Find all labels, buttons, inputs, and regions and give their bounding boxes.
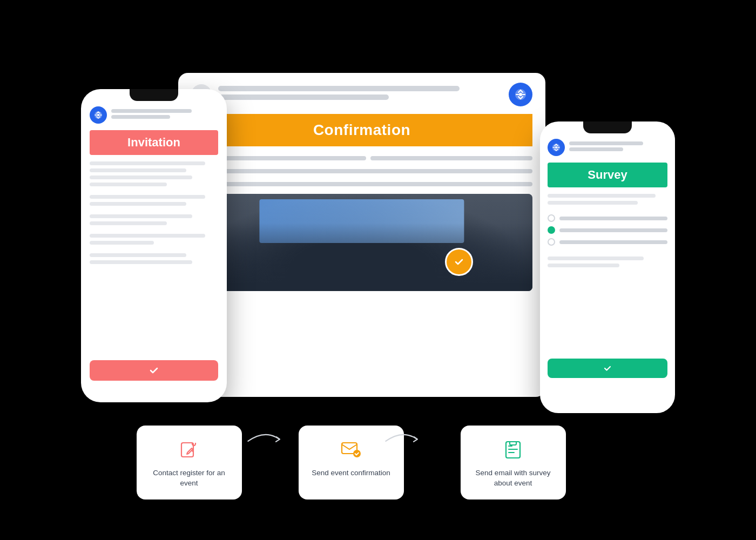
phone-left-cta-button[interactable]: [90, 360, 218, 381]
clipboard-icon: [500, 436, 526, 462]
edit-icon: [176, 436, 202, 462]
svg-point-6: [555, 146, 557, 148]
phone-right-notch: [583, 122, 632, 133]
tablet-info-row-3: [191, 180, 532, 188]
radio-option-2[interactable]: [548, 226, 555, 234]
phone-right-device: Survey: [540, 122, 675, 413]
svg-point-9: [353, 450, 361, 457]
tablet-header-lines: [218, 86, 502, 103]
radio-option-1[interactable]: [548, 214, 555, 222]
email-check-icon: [338, 436, 364, 462]
main-scene: Confirmation: [81, 40, 675, 500]
radio-option-3[interactable]: [548, 238, 555, 246]
confirmation-banner: Confirmation: [191, 114, 532, 146]
step-survey-label: Send email with survey about event: [474, 468, 553, 489]
svg-point-0: [519, 93, 522, 96]
arrow-1: [246, 424, 284, 448]
phone-right-survey-content: [548, 194, 667, 267]
event-checkmark: [445, 248, 473, 276]
tablet-info-row-2: [191, 167, 532, 176]
phone-left-logo: [90, 106, 107, 124]
phone-left-content: [90, 161, 218, 264]
event-image: [191, 194, 532, 291]
phone-left-device: Invitation: [81, 89, 227, 402]
step-confirmation-label: Send event confirmation: [312, 468, 391, 478]
phone-left-notch: [130, 89, 178, 101]
invitation-banner: Invitation: [90, 130, 218, 155]
tablet-info-row-1: [191, 154, 532, 163]
step-card-register: Contact register for an event: [137, 426, 242, 500]
survey-banner: Survey: [548, 163, 667, 187]
arrow-2: [383, 424, 421, 448]
step-register-label: Contact register for an event: [150, 468, 229, 489]
phone-right-logo: [548, 139, 565, 156]
step-card-survey: Send email with survey about event: [461, 426, 566, 500]
tablet-device: Confirmation: [178, 73, 545, 397]
step-cards-container: Contact register for an event Send event…: [108, 426, 594, 500]
phone-right-submit-button[interactable]: [548, 359, 667, 378]
svg-point-5: [97, 114, 99, 116]
svg-point-4: [452, 255, 466, 269]
tablet-logo: [509, 83, 532, 106]
